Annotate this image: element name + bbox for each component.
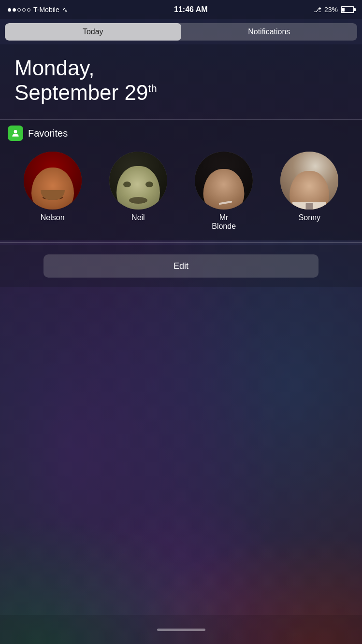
contact-sonny[interactable]: Sonny xyxy=(280,152,338,231)
signal-dot-5 xyxy=(27,8,30,12)
status-right: ⎇ 23% xyxy=(314,6,354,14)
signal-dot-4 xyxy=(22,8,26,12)
carrier-label: T-Mobile xyxy=(33,6,59,14)
contact-neil[interactable]: Neil xyxy=(109,152,167,231)
status-bar: T-Mobile ∿ 11:46 AM ⎇ 23% xyxy=(0,0,362,19)
date-display: Monday, September 29th xyxy=(14,56,348,105)
avatar-neil xyxy=(109,152,167,210)
section-divider xyxy=(0,242,362,243)
contact-mrblonde[interactable]: MrBlonde xyxy=(195,152,253,231)
person-icon xyxy=(11,128,20,138)
home-indicator[interactable] xyxy=(0,615,362,644)
contact-name-nelson: Nelson xyxy=(41,213,65,222)
bluetooth-icon: ⎇ xyxy=(314,6,321,14)
date-line2: September 29 xyxy=(14,81,148,104)
contact-name-neil: Neil xyxy=(131,213,145,222)
favorites-icon xyxy=(8,126,23,141)
signal-dot-2 xyxy=(13,8,16,12)
bottom-spacer xyxy=(0,287,362,615)
svg-point-0 xyxy=(14,130,17,134)
home-bar[interactable] xyxy=(157,629,205,631)
avatar-sonny xyxy=(280,152,338,210)
battery-percent: 23% xyxy=(324,6,338,14)
signal-dot-1 xyxy=(8,8,11,12)
contact-name-mrblonde: MrBlonde xyxy=(212,213,236,231)
edit-button[interactable]: Edit xyxy=(43,254,319,278)
status-left: T-Mobile ∿ xyxy=(8,6,68,14)
favorites-label: Favorites xyxy=(28,128,68,139)
time-display: 11:46 AM xyxy=(174,5,208,14)
signal-dot-3 xyxy=(17,8,21,12)
contact-name-sonny: Sonny xyxy=(299,213,320,222)
avatar-mrblonde xyxy=(195,152,253,210)
date-section: Monday, September 29th xyxy=(0,44,362,119)
segment-control: Today Notifications xyxy=(5,23,357,41)
favorites-header: Favorites xyxy=(0,120,362,147)
signal-strength xyxy=(8,8,30,12)
date-superscript: th xyxy=(148,83,157,95)
edit-section: Edit xyxy=(0,245,362,287)
avatar-nelson xyxy=(24,152,82,210)
tab-notifications[interactable]: Notifications xyxy=(181,23,358,41)
favorites-section: Favorites Nelson xyxy=(0,120,362,240)
contacts-row: Nelson Neil xyxy=(0,147,362,240)
battery-icon xyxy=(341,6,354,13)
tab-today[interactable]: Today xyxy=(5,23,181,41)
battery-fill xyxy=(342,8,345,12)
wifi-icon: ∿ xyxy=(62,6,68,14)
date-line1: Monday, xyxy=(14,56,95,80)
contact-nelson[interactable]: Nelson xyxy=(24,152,82,231)
